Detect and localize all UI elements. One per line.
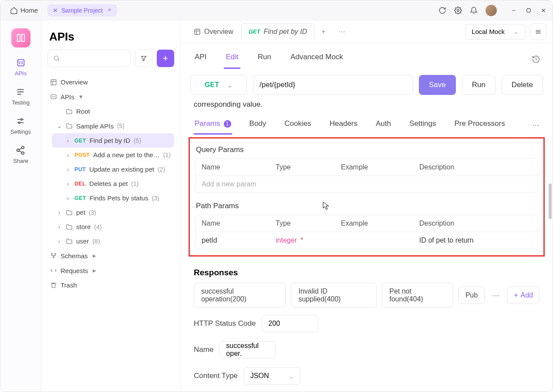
sidebar-folder[interactable]: ›user(8) xyxy=(52,234,174,248)
count: (5) xyxy=(117,122,125,129)
ptab-headers[interactable]: Headers xyxy=(329,116,358,135)
delete-button[interactable]: Delete xyxy=(502,75,543,95)
query-params-title: Query Params xyxy=(195,143,538,159)
sidebar-requests[interactable]: Requests ▸ xyxy=(47,263,174,278)
response-tabs: successful operation(200) Invalid ID sup… xyxy=(181,283,553,308)
resp-tab-200[interactable]: successful operation(200) xyxy=(194,283,286,308)
menu-button[interactable] xyxy=(530,24,546,40)
filter-button[interactable] xyxy=(135,50,152,67)
col-type: Type xyxy=(276,163,341,171)
search-input[interactable] xyxy=(47,50,131,67)
sidebar-apis-root[interactable]: APIs ▾ xyxy=(47,89,174,104)
chevron-right-icon: › xyxy=(65,166,71,173)
project-tab[interactable]: ✕ Sample Project xyxy=(47,4,117,17)
tab-overview[interactable]: Overview xyxy=(187,24,240,40)
api-badge-icon xyxy=(50,93,57,100)
add-button[interactable]: + xyxy=(157,50,174,67)
close-icon[interactable]: ✕ xyxy=(53,7,58,14)
schemas-label: Schemas xyxy=(61,252,88,260)
resp-name-input[interactable]: successful oper. xyxy=(219,341,276,358)
window-minimize-icon[interactable] xyxy=(511,7,517,14)
add-param-input[interactable]: Add a new param xyxy=(202,180,276,188)
resp-tab-pub[interactable]: Pub xyxy=(458,287,485,304)
method-badge: GET xyxy=(249,28,260,35)
resp-tab-404[interactable]: Pet not found(404) xyxy=(382,283,452,308)
path-param-row[interactable]: petId integer* ID of pet to return xyxy=(196,232,538,249)
chevron-right-icon: › xyxy=(56,237,62,245)
avatar[interactable] xyxy=(486,5,497,16)
history-icon[interactable] xyxy=(532,55,540,64)
method-select[interactable]: GET ⌄ xyxy=(190,75,247,95)
method-badge: PUT xyxy=(74,166,86,172)
window-close-icon[interactable] xyxy=(540,7,546,14)
endpoint-label: Add a new pet to the… xyxy=(93,151,160,159)
run-button[interactable]: Run xyxy=(462,75,496,95)
new-tab-button[interactable]: + xyxy=(315,24,331,39)
add-response-button[interactable]: +Add xyxy=(507,287,540,304)
subtab-edit[interactable]: Edit xyxy=(224,49,240,69)
sidebar-endpoint[interactable]: ›PUTUpdate an existing pet(2) xyxy=(52,162,174,176)
home-button[interactable]: Home xyxy=(7,5,41,16)
environment-select[interactable]: Local Mock ⌄ xyxy=(465,24,526,40)
ptab-settings[interactable]: Settings xyxy=(408,116,437,135)
rail-settings[interactable]: Settings xyxy=(10,116,31,135)
sidebar-endpoint[interactable]: ›DELDeletes a pet(1) xyxy=(52,176,174,191)
content-type-select[interactable]: JSON ⌄ xyxy=(244,367,300,385)
subtab-api[interactable]: API xyxy=(193,49,208,69)
rail-share[interactable]: Share xyxy=(13,145,28,164)
window-maximize-icon[interactable] xyxy=(526,7,532,14)
ptab-cookies[interactable]: Cookies xyxy=(283,116,312,135)
params-highlighted-area: Query Params Name Type Example Descripti… xyxy=(189,137,545,257)
tree-sample-apis[interactable]: ⌄ Sample APIs (5) xyxy=(52,118,174,133)
app-logo[interactable] xyxy=(11,28,30,47)
tree-root[interactable]: Root xyxy=(52,104,174,118)
folder-label: user xyxy=(76,237,89,245)
scrollbar[interactable] xyxy=(549,183,552,219)
resp-more-icon[interactable]: ⋯ xyxy=(490,291,502,300)
ptab-params[interactable]: Params 1 xyxy=(194,116,232,135)
gear-icon[interactable] xyxy=(454,7,462,14)
trash-icon xyxy=(50,282,57,289)
chevron-right-icon: › xyxy=(56,209,62,216)
content-type-label: Content Type xyxy=(194,372,238,380)
rail-testing[interactable]: Testing xyxy=(12,87,30,106)
http-status-input[interactable]: 200 xyxy=(262,315,318,332)
content-type-value: JSON xyxy=(250,372,269,380)
tab-more-icon[interactable]: ⋯ xyxy=(332,24,351,39)
http-status-value: 200 xyxy=(268,320,280,328)
tab-current[interactable]: GET Find pet by ID xyxy=(241,23,314,41)
chevron-down-icon: ▾ xyxy=(78,93,84,101)
path-params-table: Name Type Example Description petId inte… xyxy=(195,215,538,249)
count: (3) xyxy=(89,209,96,216)
subtab-run[interactable]: Run xyxy=(256,49,273,69)
col-name: Name xyxy=(202,163,276,171)
sidebar-schemas[interactable]: Schemas ▸ xyxy=(47,248,174,263)
method-badge: POST xyxy=(74,152,90,158)
save-button[interactable]: Save xyxy=(419,75,456,95)
ptab-body[interactable]: Body xyxy=(249,116,267,135)
sidebar-folder[interactable]: ›pet(3) xyxy=(52,205,174,220)
ptab-pre[interactable]: Pre Processors xyxy=(453,116,506,135)
sidebar-trash[interactable]: Trash xyxy=(47,278,174,292)
folder-icon xyxy=(66,209,73,216)
param-description: ID of pet to return xyxy=(419,237,532,244)
chevron-down-icon: ⌄ xyxy=(227,81,233,89)
sidebar-endpoint[interactable]: ›GETFinds Pets by status(3) xyxy=(52,191,174,205)
titlebar: Home ✕ Sample Project xyxy=(0,0,553,20)
svg-rect-1 xyxy=(527,8,530,12)
count: (2) xyxy=(158,166,165,173)
ptab-more-icon[interactable]: ⋯ xyxy=(532,121,540,130)
url-input[interactable]: /pet/{petId} xyxy=(253,75,413,95)
rail-label: Share xyxy=(13,158,28,164)
ptab-auth[interactable]: Auth xyxy=(375,116,392,135)
subtab-mock[interactable]: Advanced Mock xyxy=(289,49,345,69)
resp-tab-400[interactable]: Invalid ID supplied(400) xyxy=(291,283,377,308)
sidebar-overview[interactable]: Overview xyxy=(47,75,174,89)
sidebar-folder[interactable]: ›store(4) xyxy=(52,220,174,234)
rail-apis[interactable]: APIs xyxy=(15,58,27,77)
sidebar-endpoint[interactable]: ›POSTAdd a new pet to the…(1) xyxy=(52,148,174,162)
refresh-icon[interactable] xyxy=(438,7,446,14)
endpoint-label: Update an existing pet xyxy=(89,166,154,173)
sidebar-endpoint[interactable]: ›GETFind pet by ID(5) xyxy=(52,133,174,148)
bell-icon[interactable] xyxy=(470,7,478,14)
